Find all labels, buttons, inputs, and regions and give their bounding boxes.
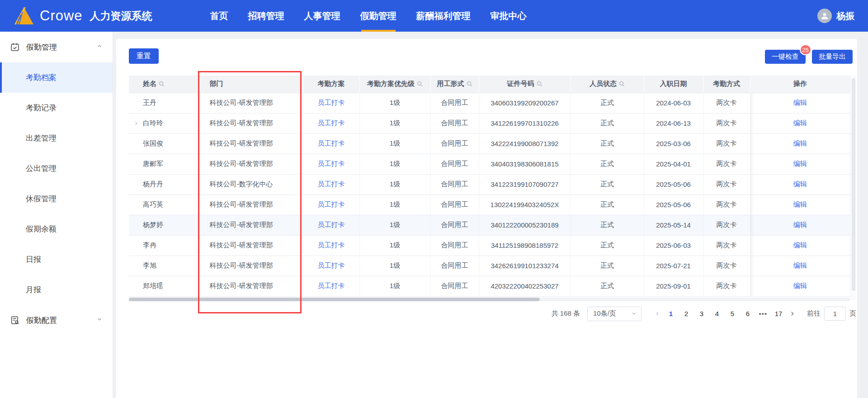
cell-plan_priority: 1级 xyxy=(359,113,430,133)
reset-button[interactable]: 重置 xyxy=(129,48,159,64)
one-click-check-label: 一键检查 xyxy=(772,52,799,60)
sidebar-item-2[interactable]: 出差管理 xyxy=(0,123,113,153)
column-label: 姓名 xyxy=(143,80,156,88)
cell-plan_priority: 1级 xyxy=(359,93,430,113)
nav-item-1[interactable]: 招聘管理 xyxy=(248,0,284,32)
one-click-check-button[interactable]: 一键检查 25 xyxy=(765,50,806,64)
nav-item-3[interactable]: 假勤管理 xyxy=(360,0,396,32)
batch-export-button[interactable]: 批量导出 xyxy=(812,50,853,64)
cell-employment_type: 合同用工 xyxy=(430,93,479,113)
column-header-5[interactable]: 证件号码 xyxy=(479,76,571,93)
prev-page-button[interactable] xyxy=(651,307,663,321)
column-header-3[interactable]: 考勤方案优先级 xyxy=(359,76,430,93)
sidebar-group-attendance[interactable]: 假勤管理 xyxy=(0,32,113,62)
edit-link[interactable]: 编辑 xyxy=(793,99,807,106)
sidebar-group-label: 假勤配置 xyxy=(26,315,57,326)
employee-name: 杨丹丹 xyxy=(143,180,163,188)
edit-link[interactable]: 编辑 xyxy=(793,221,807,228)
edit-link[interactable]: 编辑 xyxy=(793,180,807,188)
cell-plan_priority: 1级 xyxy=(359,133,430,154)
edit-link[interactable]: 编辑 xyxy=(793,241,807,249)
edit-link[interactable]: 编辑 xyxy=(793,119,807,127)
attendance-plan-link[interactable]: 员工打卡 xyxy=(318,160,345,167)
attendance-plan-link[interactable]: 员工打卡 xyxy=(318,241,345,249)
column-header-7[interactable]: 入职日期 xyxy=(644,76,703,93)
sidebar-item-1[interactable]: 考勤记录 xyxy=(0,93,113,123)
search-icon[interactable] xyxy=(619,81,625,87)
column-label: 用工形式 xyxy=(437,80,464,88)
goto-page-input[interactable] xyxy=(824,307,846,321)
edit-link[interactable]: 编辑 xyxy=(793,282,807,289)
page-number-6[interactable]: 6 xyxy=(741,307,755,321)
edit-link[interactable]: 编辑 xyxy=(793,200,807,208)
attendance-plan-link[interactable]: 员工打卡 xyxy=(318,261,345,269)
column-header-0[interactable]: 姓名 xyxy=(129,76,200,93)
attendance-plan-link[interactable]: 员工打卡 xyxy=(318,221,345,228)
attendance-plan-link[interactable]: 员工打卡 xyxy=(318,180,345,188)
page-number-2[interactable]: 2 xyxy=(679,307,693,321)
user-menu[interactable]: 杨振 xyxy=(817,9,854,23)
attendance-plan-link[interactable]: 员工打卡 xyxy=(318,282,345,289)
cell-hire_date: 2025-07-21 xyxy=(644,256,703,276)
column-label: 入职日期 xyxy=(660,80,687,88)
page-number-3[interactable]: 3 xyxy=(695,307,708,321)
cell-status: 正式 xyxy=(571,235,644,256)
cell-plan_priority: 1级 xyxy=(359,154,430,174)
page-number-5[interactable]: 5 xyxy=(726,307,739,321)
attendance-plan-link[interactable]: 员工打卡 xyxy=(318,99,345,106)
page-number-17[interactable]: 17 xyxy=(772,307,785,321)
attendance-plan-link[interactable]: 员工打卡 xyxy=(318,139,345,147)
column-header-8[interactable]: 考勤方式 xyxy=(703,76,750,93)
cell-hire_date: 2024-06-03 xyxy=(644,93,703,113)
column-header-9[interactable]: 操作 xyxy=(750,76,850,93)
page-number-1[interactable]: 1 xyxy=(664,307,678,321)
sidebar-item-3[interactable]: 公出管理 xyxy=(0,153,113,184)
edit-link[interactable]: 编辑 xyxy=(793,261,807,269)
page-size-select[interactable]: 10条/页 xyxy=(587,307,642,321)
search-icon[interactable] xyxy=(417,81,423,87)
nav-item-4[interactable]: 薪酬福利管理 xyxy=(416,0,471,32)
expand-row-icon[interactable] xyxy=(133,121,139,126)
search-icon[interactable] xyxy=(467,81,472,87)
cell-hire_date: 2025-05-06 xyxy=(644,174,703,194)
chevron-up-icon[interactable] xyxy=(96,43,103,52)
cell-status: 正式 xyxy=(571,93,644,113)
table-row: 郑培瑶科技公司-研发管理部员工打卡1级合同用工42032220040225302… xyxy=(129,276,850,296)
sidebar-item-5[interactable]: 假期余额 xyxy=(0,214,113,244)
cell-status: 正式 xyxy=(571,276,644,296)
cell-attendance_method: 两次卡 xyxy=(703,113,750,133)
column-header-1[interactable]: 部门 xyxy=(200,76,303,93)
sidebar-items: 考勤档案考勤记录出差管理公出管理休假管理假期余额日报月报 xyxy=(0,62,113,305)
column-header-4[interactable]: 用工形式 xyxy=(430,76,479,93)
sidebar-item-7[interactable]: 月报 xyxy=(0,275,113,305)
chevron-down-icon[interactable] xyxy=(96,316,103,325)
more-pages-button[interactable]: ••• xyxy=(756,307,770,321)
table-row: 杨丹丹科技公司-数字化中心员工打卡1级合同用工34122319910709072… xyxy=(129,174,850,194)
chevron-down-icon xyxy=(631,310,637,317)
edit-link[interactable]: 编辑 xyxy=(793,139,807,147)
next-page-button[interactable] xyxy=(786,307,798,321)
sidebar-item-4[interactable]: 休假管理 xyxy=(0,184,113,214)
nav-item-2[interactable]: 人事管理 xyxy=(304,0,340,32)
cell-status: 正式 xyxy=(571,256,644,276)
cell-attendance_method: 两次卡 xyxy=(703,194,750,215)
table-header-row: 姓名部门考勤方案考勤方案优先级用工形式证件号码人员状态入职日期考勤方式操作 xyxy=(129,76,850,93)
vertical-scrollbar[interactable] xyxy=(850,76,856,300)
nav-item-0[interactable]: 首页 xyxy=(210,0,228,32)
page-number-4[interactable]: 4 xyxy=(710,307,724,321)
search-icon[interactable] xyxy=(537,81,542,87)
employee-name: 白玲玲 xyxy=(143,119,163,127)
attendance-plan-link[interactable]: 员工打卡 xyxy=(318,200,345,208)
column-header-6[interactable]: 人员状态 xyxy=(571,76,644,93)
cell-id_number: 13022419940324052X xyxy=(479,194,571,215)
nav-item-5[interactable]: 审批中心 xyxy=(491,0,527,32)
table-row: 李旭科技公司-研发管理部员工打卡1级合同用工342626199101233274… xyxy=(129,256,850,276)
horizontal-scrollbar-thumb[interactable] xyxy=(129,298,540,301)
search-icon[interactable] xyxy=(159,81,165,87)
sidebar-item-6[interactable]: 日报 xyxy=(0,244,113,275)
edit-link[interactable]: 编辑 xyxy=(793,160,807,167)
sidebar-item-0[interactable]: 考勤档案 xyxy=(0,62,113,93)
attendance-plan-link[interactable]: 员工打卡 xyxy=(318,119,345,127)
column-header-2[interactable]: 考勤方案 xyxy=(303,76,359,93)
sidebar-group-config[interactable]: 假勤配置 xyxy=(0,305,113,336)
